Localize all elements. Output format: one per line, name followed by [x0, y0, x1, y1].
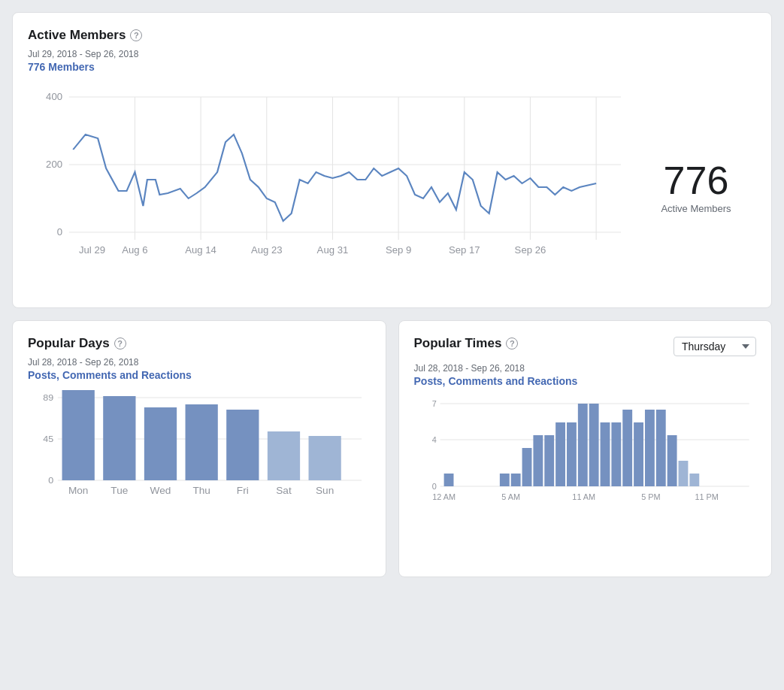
svg-rect-49: [533, 435, 543, 486]
popular-times-title-text: Popular Times: [414, 336, 502, 351]
active-members-line-chart: 400 200 0 Jul 29 Aug 6 Aug 14 Aug 23 Aug…: [28, 82, 621, 292]
svg-text:11 AM: 11 AM: [572, 492, 595, 501]
svg-text:45: 45: [43, 434, 53, 443]
svg-text:0: 0: [48, 476, 53, 485]
svg-text:7: 7: [431, 399, 436, 408]
popular-times-card: Popular Times ? Monday Tuesday Wednesday…: [398, 320, 773, 577]
popular-days-title-text: Popular Days: [28, 336, 110, 351]
svg-rect-52: [566, 422, 576, 486]
svg-text:5 PM: 5 PM: [641, 492, 660, 501]
svg-rect-50: [544, 435, 554, 486]
svg-text:12 AM: 12 AM: [432, 492, 456, 501]
svg-rect-48: [522, 448, 531, 486]
svg-rect-58: [634, 422, 643, 486]
svg-rect-46: [499, 474, 509, 486]
svg-rect-57: [622, 410, 632, 486]
bar-tue: [103, 396, 135, 480]
svg-rect-41: [443, 474, 453, 486]
svg-rect-47: [510, 474, 520, 486]
active-members-date-range: Jul 29, 2018 - Sep 26, 2018: [28, 49, 756, 59]
svg-text:4: 4: [431, 435, 436, 444]
popular-days-help-icon[interactable]: ?: [114, 337, 126, 350]
bar-wed: [144, 407, 177, 480]
active-members-title: Active Members ?: [28, 28, 756, 43]
active-members-help-icon[interactable]: ?: [130, 29, 142, 41]
popular-times-date-range: Jul 28, 2018 - Sep 26, 2018: [414, 363, 757, 374]
svg-text:5 AM: 5 AM: [501, 492, 520, 501]
bar-sat: [268, 431, 300, 480]
svg-text:200: 200: [46, 160, 62, 170]
bar-thu: [186, 404, 218, 480]
active-members-stat: 776 Active Members: [636, 82, 756, 292]
svg-text:Tue: Tue: [110, 486, 128, 496]
bottom-row: Popular Days ? Jul 28, 2018 - Sep 26, 20…: [12, 320, 772, 577]
svg-rect-53: [577, 404, 587, 486]
svg-text:400: 400: [46, 92, 62, 102]
svg-text:Aug 6: Aug 6: [122, 246, 147, 256]
svg-rect-55: [600, 422, 610, 486]
svg-rect-62: [678, 461, 688, 486]
active-members-content: 400 200 0 Jul 29 Aug 6 Aug 14 Aug 23 Aug…: [28, 82, 756, 292]
svg-text:Thu: Thu: [192, 486, 210, 496]
active-members-card: Active Members ? Jul 29, 2018 - Sep 26, …: [12, 12, 772, 308]
bar-sun: [309, 436, 341, 480]
svg-text:Sep 17: Sep 17: [449, 246, 480, 256]
svg-rect-60: [655, 410, 665, 486]
svg-text:11 PM: 11 PM: [695, 492, 718, 501]
svg-text:Jul 29: Jul 29: [79, 246, 105, 256]
popular-days-date-range: Jul 28, 2018 - Sep 26, 2018: [28, 357, 371, 368]
svg-rect-63: [689, 474, 699, 486]
svg-text:0: 0: [431, 482, 436, 491]
svg-text:Sep 26: Sep 26: [515, 246, 546, 256]
svg-rect-56: [611, 422, 621, 486]
stat-label: Active Members: [661, 203, 731, 214]
popular-times-title: Popular Times ?: [414, 336, 519, 351]
svg-rect-51: [555, 422, 565, 486]
popular-times-link[interactable]: Posts, Comments and Reactions: [414, 375, 757, 387]
popular-days-link[interactable]: Posts, Comments and Reactions: [28, 369, 371, 381]
svg-text:Sat: Sat: [276, 486, 292, 496]
active-members-link[interactable]: 776 Members: [28, 61, 756, 73]
svg-text:Mon: Mon: [68, 486, 89, 496]
popular-days-card: Popular Days ? Jul 28, 2018 - Sep 26, 20…: [12, 320, 386, 577]
svg-text:Aug 31: Aug 31: [317, 246, 349, 256]
svg-text:89: 89: [43, 393, 53, 402]
svg-text:0: 0: [57, 228, 62, 238]
popular-times-help-icon[interactable]: ?: [506, 337, 518, 350]
svg-rect-54: [589, 404, 598, 486]
stat-number: 776: [664, 161, 729, 200]
popular-times-bar-chart: 7 4 0: [414, 396, 757, 561]
active-members-title-text: Active Members: [28, 28, 126, 43]
svg-rect-61: [667, 435, 677, 486]
svg-text:Wed: Wed: [150, 486, 171, 496]
svg-text:Sep 9: Sep 9: [386, 246, 411, 256]
popular-days-bar-chart: 89 45 0 Mon: [28, 390, 371, 555]
svg-rect-59: [644, 410, 654, 486]
svg-text:Sun: Sun: [316, 486, 334, 496]
bar-fri: [226, 410, 259, 480]
popular-days-title: Popular Days ?: [28, 336, 371, 351]
svg-text:Aug 14: Aug 14: [185, 246, 216, 256]
popular-times-header: Popular Times ? Monday Tuesday Wednesday…: [414, 336, 757, 357]
svg-text:Aug 23: Aug 23: [251, 246, 283, 256]
bar-mon: [62, 390, 95, 480]
day-select[interactable]: Monday Tuesday Wednesday Thursday Friday…: [674, 337, 756, 356]
svg-text:Fri: Fri: [237, 486, 249, 496]
